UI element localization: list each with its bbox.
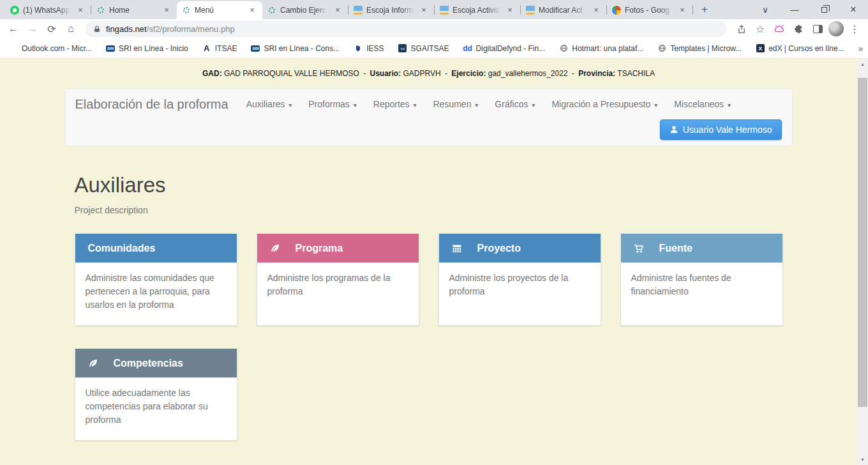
tab-close-icon[interactable]: × xyxy=(75,5,86,15)
bookmark-iess[interactable]: IESS xyxy=(354,44,384,53)
sgaitsae-icon: sa xyxy=(398,44,407,53)
home-button[interactable]: ⌂ xyxy=(63,20,79,37)
menu-resumen[interactable]: Resumen ▾ xyxy=(425,99,487,109)
globe-icon xyxy=(657,44,666,53)
card-title: Programa xyxy=(296,243,343,254)
separator: - xyxy=(445,69,447,78)
page-title: Auxiliares xyxy=(75,173,783,197)
new-tab-button[interactable]: + xyxy=(696,1,714,19)
bookmark-sri-inicio[interactable]: SRI SRI en Línea - Inicio xyxy=(106,44,188,53)
globe-icon xyxy=(559,44,568,53)
menu-miscelaneos[interactable]: Miscelaneos ▾ xyxy=(666,99,739,109)
restore-button[interactable] xyxy=(809,0,839,19)
tab-whatsapp[interactable]: (1) WhatsApp × xyxy=(5,1,91,19)
browser-toolbar: ← → ⟳ ⌂ fingads.net/sf2/proforma/menu.ph… xyxy=(0,19,868,38)
tab-title: Modificar Act xyxy=(539,6,587,15)
bookmark-outlook[interactable]: Outlook.com - Micr... xyxy=(9,44,92,53)
tab-close-icon[interactable]: × xyxy=(505,5,515,15)
side-panel-button[interactable] xyxy=(809,20,826,37)
dd-icon: dd xyxy=(463,44,472,53)
gad-value: GAD PARROQUIAL VALLE HERMOSO xyxy=(224,69,359,78)
cards-grid: Comunidades Administre las comunidades q… xyxy=(75,233,783,441)
tab-cambio-ejercicio[interactable]: Cambio Ejerc × xyxy=(262,1,348,19)
pink-extension-button[interactable] xyxy=(771,20,788,37)
tab-title: Home xyxy=(109,6,158,15)
address-bar[interactable]: fingads.net/sf2/proforma/menu.php xyxy=(86,20,726,37)
tab-close-icon[interactable]: × xyxy=(333,5,343,15)
back-button[interactable]: ← xyxy=(5,20,22,37)
tab-home[interactable]: Home × xyxy=(91,1,177,19)
card-header: Proyecto xyxy=(439,234,601,263)
profile-avatar[interactable] xyxy=(828,21,844,36)
tab-title: Cambio Ejerc xyxy=(280,6,329,15)
tab-escoja-actividad[interactable]: Escoja Activid × xyxy=(435,1,520,19)
ejercicio-value: gad_vallehermos_2022 xyxy=(488,69,568,78)
bookmark-label: SRI en Línea - Cons... xyxy=(264,44,340,53)
tab-close-icon[interactable]: × xyxy=(677,5,687,15)
main-navbar: Elaboración de la proforma Auxiliares ▾ … xyxy=(65,88,793,146)
caret-down-icon: ▾ xyxy=(728,102,731,109)
tab-close-icon[interactable]: × xyxy=(419,5,429,15)
tab-google-fotos[interactable]: Fotos - Goog × xyxy=(607,1,692,19)
tab-modificar-actividad[interactable]: Modificar Act × xyxy=(521,1,606,19)
bookmarks-overflow-chevron[interactable]: » xyxy=(858,43,864,54)
bookmark-sgaitsae[interactable]: sa SGAITSAE xyxy=(398,44,449,53)
bookmark-label: Templates | Microw... xyxy=(670,44,742,53)
caret-down-icon: ▾ xyxy=(532,102,535,109)
ejercicio-label: Ejercicio: xyxy=(451,69,486,78)
card-header: Comunidades xyxy=(75,234,237,263)
gad-label: GAD: xyxy=(202,69,222,78)
bookmark-label: ITSAE xyxy=(215,44,237,53)
share-button[interactable] xyxy=(733,20,749,37)
tab-close-icon[interactable]: × xyxy=(591,5,601,15)
bookmark-edx[interactable]: X edX | Cursos en líne... xyxy=(756,44,844,53)
bookmark-label: Hotmart: una plataf... xyxy=(572,44,643,53)
scroll-up-arrow[interactable]: ▲ xyxy=(857,59,868,70)
user-button[interactable]: Usuario Vale Hermoso xyxy=(660,119,782,140)
minimize-button[interactable]: — xyxy=(780,0,809,19)
menu-auxiliares[interactable]: Auxiliares ▾ xyxy=(238,99,301,109)
site-flower-icon xyxy=(269,7,275,13)
bookmark-templates[interactable]: Templates | Microw... xyxy=(657,44,742,53)
card-proyecto[interactable]: Proyecto Administre los proyectos de la … xyxy=(438,233,601,326)
card-header: Fuente xyxy=(621,234,782,263)
tab-close-icon[interactable]: × xyxy=(247,5,257,15)
site-flower-icon xyxy=(183,7,190,13)
card-fuente[interactable]: Fuente Administre las fuentes de financi… xyxy=(620,233,783,326)
tab-escoja-informacion[interactable]: Escoja Inform × xyxy=(348,1,434,19)
menu-graficos[interactable]: Gráficos ▾ xyxy=(486,99,543,109)
close-window-button[interactable]: × xyxy=(839,0,868,19)
bookmark-hotmart[interactable]: Hotmart: una plataf... xyxy=(559,44,643,53)
extensions-button[interactable] xyxy=(790,20,807,37)
navbar-brand[interactable]: Elaboración de la proforma xyxy=(66,97,238,112)
card-header: Programa xyxy=(257,234,419,263)
browser-menu-button[interactable]: ⋮ xyxy=(846,20,863,37)
usuario-label: Usuario: xyxy=(370,69,401,78)
bookmark-star-button[interactable]: ☆ xyxy=(752,20,768,37)
restore-icon xyxy=(821,7,827,13)
forward-button[interactable]: → xyxy=(24,20,41,37)
menu-proformas[interactable]: Proformas ▾ xyxy=(300,99,365,109)
bookmark-label: edX | Cursos en líne... xyxy=(768,44,844,53)
sri-icon: SRI xyxy=(106,44,115,53)
card-programa[interactable]: Programa Administre los programas de la … xyxy=(257,233,419,326)
bookmark-digitaldefynd[interactable]: dd DigitalDefynd - Fin... xyxy=(463,44,546,53)
tab-close-icon[interactable]: × xyxy=(161,5,172,15)
scroll-down-arrow[interactable]: ▼ xyxy=(857,454,868,465)
card-header: Competencias xyxy=(75,349,237,377)
menu-migracion-presupuesto[interactable]: Migración a Presupuesto ▾ xyxy=(543,99,666,109)
session-info-bar: GAD: GAD PARROQUIAL VALLE HERMOSO - Usua… xyxy=(0,59,857,84)
page-scrollbar[interactable]: ▲ ▼ xyxy=(857,59,868,465)
card-comunidades[interactable]: Comunidades Administre las comunidades q… xyxy=(75,233,237,326)
provincia-label: Provincia: xyxy=(578,69,615,78)
bookmark-sri-consultas[interactable]: SRI SRI en Línea - Cons... xyxy=(251,44,340,53)
reload-button[interactable]: ⟳ xyxy=(43,20,60,37)
url-path: /sf2/proforma/menu.php xyxy=(147,24,235,34)
scrollbar-thumb[interactable] xyxy=(858,78,867,407)
menu-reportes[interactable]: Reportes ▾ xyxy=(365,99,425,109)
bookmark-itsae[interactable]: A ITSAE xyxy=(202,44,237,53)
tab-search-chevron-icon[interactable]: ∨ xyxy=(751,0,780,19)
card-competencias[interactable]: Competencias Utilice adecuadamente las c… xyxy=(75,348,237,441)
card-title: Competencias xyxy=(114,358,183,369)
tab-menu-active[interactable]: Menú × xyxy=(177,1,262,19)
